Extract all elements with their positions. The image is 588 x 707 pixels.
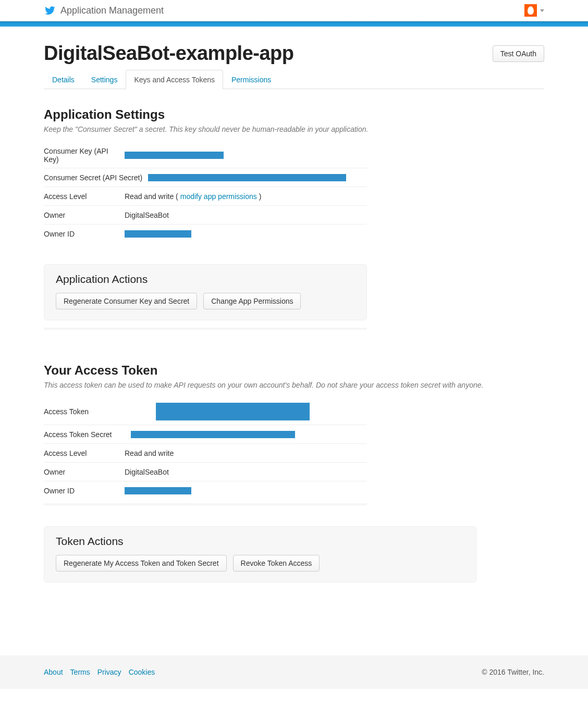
- access-token-secret-row: Access Token Secret: [44, 425, 367, 444]
- footer: About Terms Privacy Cookies © 2016 Twitt…: [0, 655, 588, 689]
- redacted-token-owner-id: [125, 487, 191, 494]
- divider-bar: [44, 328, 367, 330]
- divider-bar-2: [44, 503, 367, 505]
- topbar-title: Application Management: [60, 5, 164, 16]
- topbar-left: Application Management: [44, 5, 164, 16]
- app-settings-desc: Keep the "Consumer Secret" a secret. Thi…: [44, 125, 544, 133]
- redacted-access-token: [156, 403, 310, 420]
- regenerate-consumer-key-button[interactable]: Regenerate Consumer Key and Secret: [56, 293, 197, 309]
- application-actions-title: Application Actions: [56, 273, 355, 286]
- access-level-row: Access Level Read and write (modify app …: [44, 187, 367, 206]
- access-token-secret-value: [125, 431, 295, 438]
- tab-details[interactable]: Details: [44, 70, 83, 89]
- consumer-secret-value: [148, 174, 346, 181]
- user-menu-dropdown[interactable]: [524, 4, 544, 17]
- consumer-key-label: Consumer Key (API Key): [44, 147, 125, 164]
- footer-link-privacy[interactable]: Privacy: [97, 668, 121, 676]
- redacted-consumer-key: [125, 152, 224, 159]
- consumer-secret-label: Consumer Secret (API Secret): [44, 173, 148, 182]
- copyright: © 2016 Twitter, Inc.: [482, 668, 544, 676]
- avatar-egg-icon: [528, 6, 534, 15]
- access-token-desc: This access token can be used to make AP…: [44, 381, 544, 389]
- chevron-down-icon: [540, 9, 544, 12]
- consumer-secret-row: Consumer Secret (API Secret): [44, 168, 367, 187]
- access-level-label: Access Level: [44, 192, 125, 201]
- token-actions-panel: Token Actions Regenerate My Access Token…: [44, 526, 476, 582]
- tab-keys-tokens[interactable]: Keys and Access Tokens: [126, 70, 223, 89]
- token-actions-buttons: Regenerate My Access Token and Token Sec…: [56, 555, 464, 572]
- owner-row: Owner DigitalSeaBot: [44, 206, 367, 225]
- token-owner-id-value: [125, 487, 191, 494]
- owner-id-label: Owner ID: [44, 230, 125, 238]
- application-actions-buttons: Regenerate Consumer Key and Secret Chang…: [56, 293, 355, 309]
- header-row: DigitalSeaBot-example-app Test OAuth: [44, 42, 544, 65]
- token-owner-value: DigitalSeaBot: [125, 468, 169, 476]
- token-owner-row: Owner DigitalSeaBot: [44, 463, 367, 481]
- token-owner-id-row: Owner ID: [44, 481, 367, 500]
- token-access-level-label: Access Level: [44, 449, 125, 457]
- redacted-access-token-secret: [131, 431, 295, 438]
- app-title: DigitalSeaBot-example-app: [44, 42, 294, 65]
- application-actions-panel: Application Actions Regenerate Consumer …: [44, 264, 367, 320]
- footer-link-about[interactable]: About: [44, 668, 63, 676]
- footer-link-terms[interactable]: Terms: [70, 668, 90, 676]
- footer-inner: About Terms Privacy Cookies © 2016 Twitt…: [44, 668, 544, 676]
- token-owner-label: Owner: [44, 468, 125, 476]
- regenerate-access-token-button[interactable]: Regenerate My Access Token and Token Sec…: [56, 555, 227, 572]
- token-access-level-value: Read and write: [125, 449, 174, 457]
- app-settings-title: Application Settings: [44, 107, 544, 122]
- access-token-secret-label: Access Token Secret: [44, 430, 125, 439]
- token-actions-title: Token Actions: [56, 535, 464, 548]
- token-owner-id-label: Owner ID: [44, 487, 125, 495]
- token-access-level-row: Access Level Read and write: [44, 444, 367, 463]
- twitter-icon: [44, 5, 56, 16]
- owner-label: Owner: [44, 211, 125, 219]
- access-level-close: ): [259, 192, 262, 201]
- access-token-title: Your Access Token: [44, 363, 544, 378]
- consumer-key-row: Consumer Key (API Key): [44, 143, 367, 168]
- topbar: Application Management: [0, 0, 588, 21]
- redacted-owner-id: [125, 230, 191, 238]
- accent-bar: [0, 21, 588, 27]
- spacer: [44, 337, 544, 363]
- access-token-label: Access Token: [44, 407, 125, 416]
- redacted-consumer-secret: [148, 174, 346, 181]
- owner-id-row: Owner ID: [44, 225, 367, 243]
- test-oauth-button[interactable]: Test OAuth: [493, 45, 544, 62]
- tabs: Details Settings Keys and Access Tokens …: [44, 70, 544, 89]
- footer-link-cookies[interactable]: Cookies: [129, 668, 155, 676]
- modify-app-permissions-link[interactable]: modify app permissions: [180, 192, 257, 201]
- owner-value: DigitalSeaBot: [125, 211, 169, 219]
- access-token-value: [125, 403, 310, 420]
- footer-links: About Terms Privacy Cookies: [44, 668, 155, 676]
- tab-permissions[interactable]: Permissions: [223, 70, 279, 89]
- revoke-token-access-button[interactable]: Revoke Token Access: [233, 555, 320, 572]
- consumer-key-value: [125, 152, 224, 159]
- tab-settings[interactable]: Settings: [83, 70, 126, 89]
- main-container: DigitalSeaBot-example-app Test OAuth Det…: [44, 27, 544, 614]
- change-app-permissions-button[interactable]: Change App Permissions: [203, 293, 301, 309]
- access-level-value: Read and write (modify app permissions): [125, 192, 261, 201]
- avatar: [524, 4, 537, 17]
- app-settings-table: Consumer Key (API Key) Consumer Secret (…: [44, 143, 367, 243]
- owner-id-value: [125, 230, 191, 238]
- access-level-text: Read and write (: [125, 192, 178, 201]
- access-token-table: Access Token Access Token Secret Access …: [44, 399, 367, 500]
- access-token-row: Access Token: [44, 399, 367, 425]
